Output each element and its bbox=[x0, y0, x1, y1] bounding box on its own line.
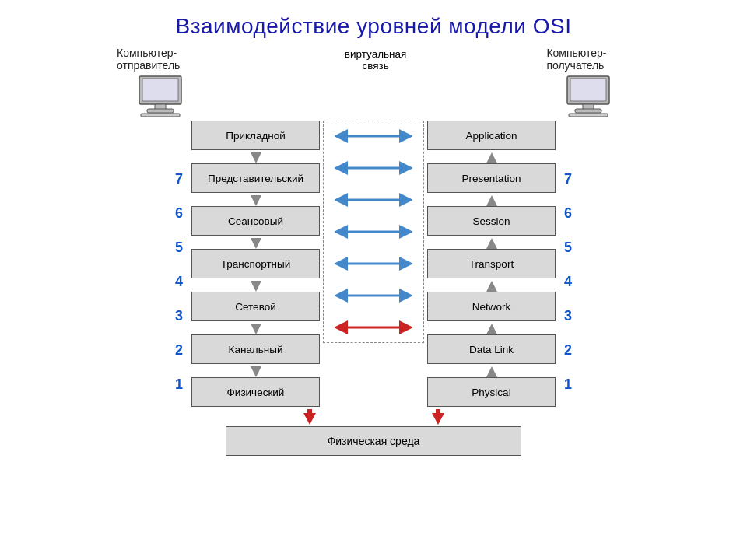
svg-rect-48 bbox=[490, 241, 493, 249]
right-layer-3: Network bbox=[427, 292, 556, 321]
left-arrow-6-5 bbox=[248, 195, 264, 206]
right-layer-7: Application bbox=[427, 121, 556, 150]
right-arrow-7-6 bbox=[484, 152, 500, 163]
svg-rect-46 bbox=[490, 198, 493, 206]
right-num-6: 6 bbox=[559, 198, 577, 229]
left-arrow-5-4 bbox=[248, 238, 264, 249]
top-labels-row: Компьютер-отправитель виртуальная связь … bbox=[54, 47, 693, 117]
left-red-down-arrow bbox=[301, 409, 318, 425]
left-arrow-3-2 bbox=[248, 324, 264, 334]
svg-rect-17 bbox=[254, 281, 258, 289]
right-num-1: 1 bbox=[559, 369, 577, 401]
svg-rect-57 bbox=[307, 409, 312, 420]
right-layer-1: Physical bbox=[427, 377, 556, 407]
physical-media-box: Физическая среда bbox=[226, 426, 521, 456]
arrow-layer-7 bbox=[335, 128, 412, 144]
left-layer-2: Канальный bbox=[191, 334, 320, 364]
right-computer-icon bbox=[561, 75, 615, 117]
svg-rect-21 bbox=[254, 366, 258, 374]
svg-rect-54 bbox=[490, 369, 493, 377]
right-layer-5: Session bbox=[427, 206, 556, 236]
right-layer-6: Presentation bbox=[427, 163, 556, 193]
svg-rect-3 bbox=[147, 109, 174, 113]
right-num-4: 4 bbox=[559, 266, 577, 298]
layers-diagram: 7 6 5 4 3 2 1 Прикладной bbox=[170, 121, 577, 409]
right-number-column: 7 6 5 4 3 2 1 bbox=[559, 163, 577, 401]
left-computer-section: Компьютер-отправитель bbox=[117, 47, 205, 117]
left-layers-column: Прикладной Представительский Сеансовый bbox=[191, 121, 320, 409]
right-computer-label: Компьютер-получатель bbox=[546, 47, 630, 72]
left-num-3: 3 bbox=[170, 300, 188, 332]
svg-rect-8 bbox=[575, 109, 601, 113]
left-num-2: 2 bbox=[170, 334, 188, 366]
left-layer-4: Транспортный bbox=[191, 249, 320, 278]
page-container: Взаимодействие уровней модели OSI Компью… bbox=[0, 0, 747, 456]
left-layer-6: Представительский bbox=[191, 163, 320, 193]
svg-rect-9 bbox=[569, 114, 608, 117]
left-num-1: 1 bbox=[170, 369, 188, 401]
left-number-column: 7 6 5 4 3 2 1 bbox=[170, 163, 188, 401]
left-computer-icon bbox=[133, 75, 188, 117]
page-title: Взаимодействие уровней модели OSI bbox=[175, 0, 571, 39]
arrow-layer-1 bbox=[335, 320, 412, 335]
svg-rect-19 bbox=[254, 324, 258, 331]
right-layers-column: Application Presentation Session Tran bbox=[427, 121, 556, 409]
svg-rect-59 bbox=[436, 409, 440, 420]
arrow-layer-3 bbox=[335, 256, 412, 271]
middle-arrows-column bbox=[323, 121, 424, 343]
left-num-6: 6 bbox=[170, 198, 188, 229]
bottom-arrows-row bbox=[175, 409, 572, 425]
right-arrow-3-2 bbox=[484, 324, 500, 334]
right-arrow-6-5 bbox=[484, 195, 500, 206]
left-layer-5: Сеансовый bbox=[191, 206, 320, 236]
right-layer-2: Data Link bbox=[427, 334, 556, 364]
left-layer-1: Физический bbox=[191, 377, 320, 407]
left-arrow-7-6 bbox=[248, 152, 264, 163]
right-arrow-5-4 bbox=[484, 238, 500, 249]
virtual-link-label-container: виртуальная связь bbox=[345, 47, 407, 72]
arrow-layer-4 bbox=[335, 224, 412, 240]
left-layer-3: Сетевой bbox=[191, 292, 320, 321]
right-num-2: 2 bbox=[559, 334, 577, 366]
right-num-5: 5 bbox=[559, 232, 577, 264]
left-num-5: 5 bbox=[170, 232, 188, 264]
left-computer-label: Компьютер-отправитель bbox=[117, 47, 205, 72]
svg-rect-44 bbox=[490, 156, 493, 163]
svg-rect-52 bbox=[490, 327, 493, 334]
arrow-layer-5 bbox=[335, 192, 412, 208]
bottom-section: Физическая среда bbox=[175, 409, 572, 456]
left-layer-7: Прикладной bbox=[191, 121, 320, 150]
svg-rect-1 bbox=[142, 79, 178, 101]
right-computer-section: Компьютер-получатель bbox=[546, 47, 630, 117]
left-num-7: 7 bbox=[170, 163, 188, 195]
svg-rect-6 bbox=[570, 79, 606, 101]
svg-rect-50 bbox=[490, 284, 493, 292]
left-arrow-2-1 bbox=[248, 366, 264, 377]
right-num-7: 7 bbox=[559, 163, 577, 195]
virtual-link-label: виртуальная связь bbox=[345, 48, 407, 72]
left-arrow-4-3 bbox=[248, 281, 264, 292]
svg-rect-15 bbox=[254, 238, 258, 246]
right-arrow-4-3 bbox=[484, 281, 500, 292]
right-red-down-arrow bbox=[430, 409, 447, 425]
svg-rect-13 bbox=[254, 195, 258, 203]
svg-rect-11 bbox=[254, 152, 258, 160]
arrow-layer-2 bbox=[335, 288, 412, 303]
svg-rect-4 bbox=[141, 114, 180, 117]
right-arrow-2-1 bbox=[484, 366, 500, 377]
right-layer-4: Transport bbox=[427, 249, 556, 278]
right-num-3: 3 bbox=[559, 300, 577, 332]
arrow-layer-6 bbox=[335, 160, 412, 176]
left-num-4: 4 bbox=[170, 266, 188, 298]
